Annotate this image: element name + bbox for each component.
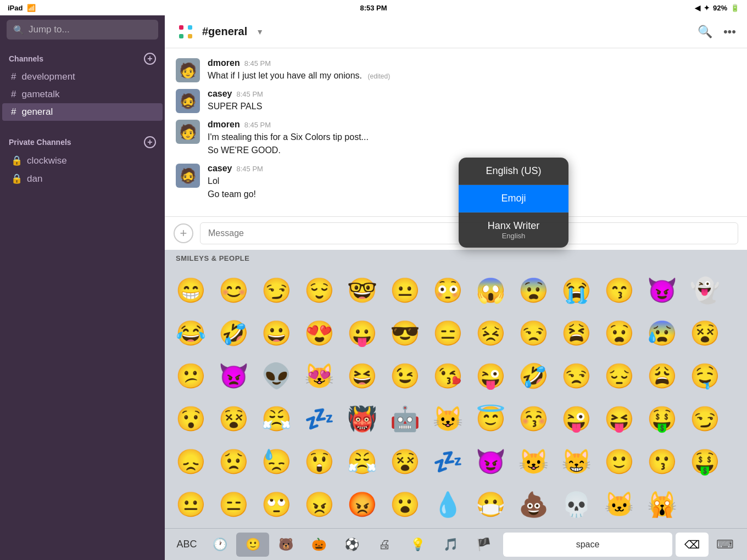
- emoji-cell[interactable]: 🤓: [341, 269, 383, 312]
- emoji-cell[interactable]: 😭: [555, 269, 598, 312]
- emoji-cell[interactable]: 🤣: [512, 355, 555, 397]
- sidebar-item-general[interactable]: # general: [2, 103, 163, 121]
- emoji-cell[interactable]: 😊: [212, 269, 255, 312]
- language-option-english[interactable]: English (US): [459, 158, 568, 185]
- emoji-cell[interactable]: 😩: [640, 355, 683, 397]
- abc-button[interactable]: ABC: [170, 533, 203, 557]
- language-option-emoji[interactable]: Emoji: [459, 185, 568, 212]
- sidebar-item-clockwise[interactable]: 🔒 clockwise: [2, 152, 163, 170]
- emoji-cell[interactable]: 😨: [512, 269, 555, 312]
- add-attachment-button[interactable]: +: [174, 223, 193, 243]
- emoji-cell[interactable]: 😘: [426, 355, 469, 397]
- emoji-tab-icon[interactable]: 🙂: [236, 533, 269, 557]
- emoji-cell[interactable]: 😺: [426, 397, 469, 440]
- emoji-cell[interactable]: 😜: [555, 397, 598, 440]
- emoji-cell[interactable]: 😙: [598, 269, 640, 312]
- emoji-cell[interactable]: 😆: [341, 355, 383, 397]
- emoji-cell[interactable]: 😕: [169, 355, 212, 397]
- search-button[interactable]: 🔍: [698, 25, 712, 39]
- emoji-cell[interactable]: 😓: [255, 440, 298, 483]
- add-channel-button[interactable]: +: [144, 53, 156, 65]
- emoji-cell[interactable]: 😔: [598, 355, 640, 397]
- emoji-cell[interactable]: 🤤: [683, 355, 726, 397]
- emoji-cell[interactable]: 😉: [383, 355, 426, 397]
- emoji-cell[interactable]: 😮: [383, 483, 426, 526]
- emoji-cell[interactable]: 😜: [469, 355, 512, 397]
- add-private-channel-button[interactable]: +: [144, 136, 156, 148]
- delete-button[interactable]: ⌫: [676, 533, 709, 557]
- emoji-cell[interactable]: 👿: [212, 355, 255, 397]
- emoji-cell[interactable]: 🤑: [683, 440, 726, 483]
- emoji-cell[interactable]: 🙀: [640, 483, 683, 526]
- emoji-cell[interactable]: 😈: [640, 269, 683, 312]
- emoji-cell[interactable]: 😒: [512, 312, 555, 355]
- language-option-hanx[interactable]: Hanx Writer English: [459, 212, 568, 248]
- emoji-cell[interactable]: 😞: [169, 440, 212, 483]
- emoji-cell[interactable]: 😐: [169, 483, 212, 526]
- search-bar[interactable]: 🔍 Jump to...: [7, 20, 158, 40]
- symbols-icon[interactable]: 🎵: [434, 533, 467, 557]
- space-button[interactable]: space: [503, 533, 672, 557]
- emoji-cell[interactable]: 👻: [683, 269, 726, 312]
- emoji-cell[interactable]: 👽: [255, 355, 298, 397]
- emoji-cell[interactable]: 🤣: [212, 312, 255, 355]
- emoji-cell[interactable]: 🙄: [255, 483, 298, 526]
- emoji-cell[interactable]: 😇: [469, 397, 512, 440]
- emoji-cell[interactable]: 😸: [555, 440, 598, 483]
- emoji-cell[interactable]: 😺: [512, 440, 555, 483]
- emoji-cell[interactable]: 😵: [683, 312, 726, 355]
- emoji-cell[interactable]: 😣: [469, 312, 512, 355]
- emoji-cell[interactable]: 😚: [512, 397, 555, 440]
- keyboard-switch-icon[interactable]: ⌨: [709, 533, 742, 557]
- emoji-cell[interactable]: 😍: [298, 312, 341, 355]
- emoji-cell[interactable]: 👹: [341, 397, 383, 440]
- sidebar-item-development[interactable]: # development: [2, 68, 163, 86]
- travel-icon[interactable]: 🖨: [368, 533, 401, 557]
- emoji-cell[interactable]: 🤑: [640, 397, 683, 440]
- emoji-cell[interactable]: 😐: [383, 269, 426, 312]
- sidebar-item-dan[interactable]: 🔒 dan: [2, 170, 163, 188]
- emoji-cell[interactable]: 😵: [212, 397, 255, 440]
- emoji-cell[interactable]: 😏: [255, 269, 298, 312]
- emoji-cell[interactable]: 😏: [683, 397, 726, 440]
- activity-icon[interactable]: ⚽: [335, 533, 368, 557]
- emoji-cell[interactable]: 😟: [212, 440, 255, 483]
- emoji-cell[interactable]: 🤖: [383, 397, 426, 440]
- nature-icon[interactable]: 🐻: [269, 533, 302, 557]
- emoji-cell[interactable]: 💤: [298, 397, 341, 440]
- food-icon[interactable]: 🎃: [302, 533, 335, 557]
- channel-dropdown-icon[interactable]: ▼: [256, 27, 264, 36]
- emoji-cell[interactable]: 😤: [255, 397, 298, 440]
- emoji-cell[interactable]: 😁: [169, 269, 212, 312]
- emoji-cell[interactable]: 😑: [212, 483, 255, 526]
- emoji-cell[interactable]: 💀: [555, 483, 598, 526]
- more-options-button[interactable]: •••: [723, 25, 736, 39]
- emoji-cell[interactable]: 😌: [298, 269, 341, 312]
- emoji-cell[interactable]: 😵: [383, 440, 426, 483]
- emoji-cell[interactable]: 😱: [469, 269, 512, 312]
- emoji-cell[interactable]: 😯: [169, 397, 212, 440]
- flags-icon[interactable]: 🏴: [467, 533, 500, 557]
- emoji-cell[interactable]: 😻: [298, 355, 341, 397]
- emoji-cell[interactable]: 😷: [469, 483, 512, 526]
- emoji-cell[interactable]: 😝: [598, 397, 640, 440]
- emoji-cell[interactable]: 😲: [298, 440, 341, 483]
- emoji-cell[interactable]: 😑: [426, 312, 469, 355]
- emoji-cell[interactable]: 😡: [341, 483, 383, 526]
- sidebar-item-gametalk[interactable]: # gametalk: [2, 86, 163, 103]
- emoji-cell[interactable]: 😧: [598, 312, 640, 355]
- emoji-cell[interactable]: 💧: [426, 483, 469, 526]
- recent-icon[interactable]: 🕐: [203, 533, 236, 557]
- emoji-cell[interactable]: 😒: [555, 355, 598, 397]
- emoji-cell[interactable]: 💤: [426, 440, 469, 483]
- emoji-cell[interactable]: 😠: [298, 483, 341, 526]
- emoji-cell[interactable]: 😳: [426, 269, 469, 312]
- emoji-cell[interactable]: 😤: [341, 440, 383, 483]
- emoji-cell[interactable]: 😗: [640, 440, 683, 483]
- emoji-cell[interactable]: 💩: [512, 483, 555, 526]
- emoji-cell[interactable]: 😂: [169, 312, 212, 355]
- emoji-cell[interactable]: 🙂: [598, 440, 640, 483]
- emoji-cell[interactable]: 🐱: [598, 483, 640, 526]
- objects-icon[interactable]: 💡: [401, 533, 434, 557]
- emoji-cell[interactable]: 😛: [341, 312, 383, 355]
